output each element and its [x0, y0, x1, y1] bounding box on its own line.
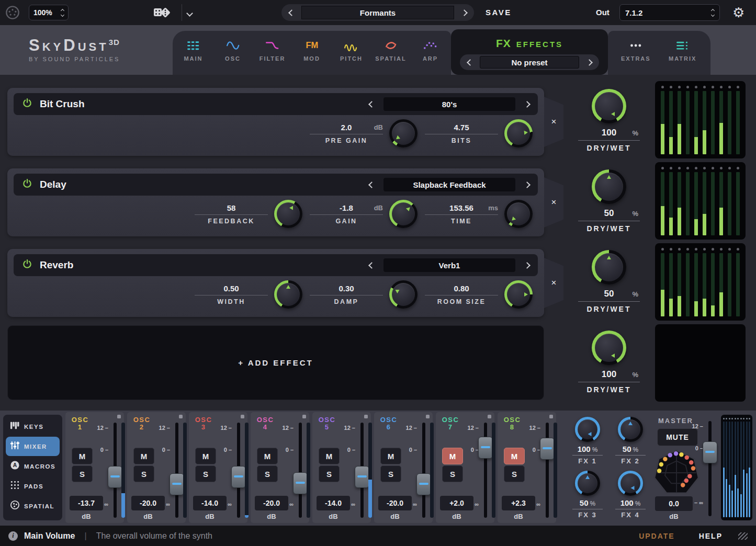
fx-send-knob[interactable]	[618, 417, 643, 442]
tab-main[interactable]: MAIN	[175, 38, 212, 75]
fx-send-knob[interactable]	[575, 471, 600, 496]
solo-button[interactable]: S	[380, 465, 401, 482]
tab-fx-effects[interactable]: FXEFFECTS No preset	[451, 29, 608, 75]
param-knob[interactable]	[389, 200, 418, 228]
dry-wet-value[interactable]: 50%	[576, 289, 642, 299]
effect-preset-prev-button[interactable]	[368, 101, 375, 108]
tab-extras[interactable]: EXTRAS	[617, 38, 655, 75]
resize-handle-icon[interactable]	[738, 532, 748, 540]
channel-db-value[interactable]: -14.0	[193, 496, 227, 510]
dry-wet-value[interactable]: 50%	[576, 208, 642, 219]
power-icon[interactable]	[22, 259, 32, 271]
remove-effect-button[interactable]: ×	[544, 97, 563, 147]
sidebar-item-mixer[interactable]: MIXER	[6, 437, 60, 456]
channel-db-value[interactable]: -14.0	[317, 496, 350, 510]
sidebar-item-pads[interactable]: PADS	[6, 476, 60, 496]
sidebar-item-macros[interactable]: AMACROS	[6, 457, 60, 476]
mute-button[interactable]: M	[133, 448, 154, 464]
dry-wet-knob[interactable]	[592, 331, 626, 365]
channel-db-value[interactable]: -13.7	[70, 496, 103, 510]
sidebar-item-spatial[interactable]: SPATIAL	[6, 496, 60, 516]
randomize-menu-caret[interactable]	[187, 8, 192, 18]
mute-button[interactable]: M	[257, 448, 278, 464]
param-value[interactable]: 0.80	[425, 284, 498, 293]
effect-preset-next-button[interactable]	[524, 101, 531, 108]
fx-send-knob[interactable]	[575, 417, 600, 442]
dry-wet-value[interactable]: 100%	[576, 369, 642, 380]
power-icon[interactable]	[22, 178, 32, 191]
help-button[interactable]: HELP	[699, 532, 723, 540]
randomize-dice-icon[interactable]	[152, 6, 171, 22]
volume-fader[interactable]	[231, 466, 246, 488]
fx-send-knob[interactable]	[618, 471, 643, 496]
save-button[interactable]: SAVE	[486, 8, 512, 17]
output-format-select[interactable]: 7.1.2	[619, 4, 720, 21]
tab-spatial[interactable]: SPATIAL	[372, 38, 410, 75]
param-value[interactable]: -1.8dB	[310, 203, 383, 213]
mute-button[interactable]: M	[504, 448, 525, 464]
fx-send-value[interactable]: 100%	[615, 498, 646, 507]
mute-button[interactable]: M	[442, 448, 463, 464]
param-knob[interactable]	[504, 200, 533, 228]
master-mute-button[interactable]: MUTE	[657, 428, 698, 446]
channel-db-value[interactable]: +2.0	[440, 496, 473, 510]
param-value[interactable]: 0.30	[310, 284, 383, 293]
param-knob[interactable]	[389, 280, 418, 309]
dry-wet-knob[interactable]	[592, 250, 626, 285]
effect-preset-prev-button[interactable]	[368, 262, 375, 269]
volume-fader[interactable]	[478, 437, 493, 459]
param-value[interactable]: 58	[195, 203, 268, 213]
preset-prev-button[interactable]	[281, 4, 301, 21]
effect-preset-next-button[interactable]	[524, 262, 531, 269]
zoom-stepper[interactable]	[61, 9, 64, 16]
tab-osc[interactable]: OSC	[214, 38, 252, 75]
fx-preset-prev-button[interactable]	[460, 54, 480, 71]
solo-button[interactable]: S	[195, 465, 216, 482]
mute-button[interactable]: M	[380, 448, 401, 464]
fx-send-value[interactable]: 100%	[572, 445, 603, 453]
solo-button[interactable]: S	[504, 465, 525, 482]
fx-send-value[interactable]: 50%	[615, 445, 646, 453]
fx-preset-next-button[interactable]	[579, 54, 599, 71]
master-volume-fader[interactable]	[703, 441, 717, 463]
param-value[interactable]: 153.56ms	[425, 203, 498, 213]
fx-send-value[interactable]: 50%	[572, 498, 603, 507]
channel-db-value[interactable]: -20.0	[131, 496, 165, 510]
remove-effect-button[interactable]: ×	[544, 177, 563, 228]
param-value[interactable]: 4.75	[425, 123, 498, 132]
preset-next-button[interactable]	[454, 4, 474, 21]
effect-preset-prev-button[interactable]	[368, 181, 375, 188]
volume-fader[interactable]	[416, 473, 431, 495]
channel-db-value[interactable]: -20.0	[378, 496, 412, 510]
param-knob[interactable]	[504, 119, 533, 147]
param-knob[interactable]	[274, 280, 302, 309]
param-knob[interactable]	[504, 280, 533, 309]
effect-preset-name[interactable]: Verb1	[383, 258, 515, 272]
channel-db-value[interactable]: +2.3	[502, 496, 535, 510]
tab-filter[interactable]: FILTER	[254, 38, 291, 75]
tab-arp[interactable]: ARP	[412, 38, 449, 75]
channel-db-value[interactable]: -20.0	[255, 496, 288, 510]
solo-button[interactable]: S	[319, 465, 340, 482]
tab-matrix[interactable]: MATRIX	[664, 38, 702, 75]
dry-wet-knob[interactable]	[592, 89, 626, 123]
param-value[interactable]: 2.0dB	[310, 123, 383, 132]
settings-gear-icon[interactable]: ⚙	[732, 4, 744, 21]
solo-button[interactable]: S	[72, 465, 93, 482]
remove-effect-button[interactable]: ×	[544, 258, 563, 308]
master-spatial-pad[interactable]	[652, 448, 701, 497]
sidebar-item-keys[interactable]: KEYS	[6, 417, 60, 436]
solo-button[interactable]: S	[442, 465, 463, 482]
power-icon[interactable]	[22, 98, 32, 110]
update-button[interactable]: UPDATE	[639, 532, 675, 540]
zoom-control[interactable]: 100%	[29, 5, 69, 20]
dry-wet-knob[interactable]	[592, 169, 626, 204]
tab-pitch[interactable]: PITCH	[333, 38, 370, 75]
param-value[interactable]: 0.50	[195, 284, 268, 293]
effect-preset-name[interactable]: Slapback Feedback	[383, 178, 515, 191]
fx-preset-name[interactable]: No preset	[480, 56, 579, 69]
tab-mod[interactable]: FMMOD	[293, 38, 331, 75]
volume-fader[interactable]	[108, 466, 122, 488]
mute-button[interactable]: M	[195, 448, 216, 464]
param-knob[interactable]	[274, 200, 302, 228]
